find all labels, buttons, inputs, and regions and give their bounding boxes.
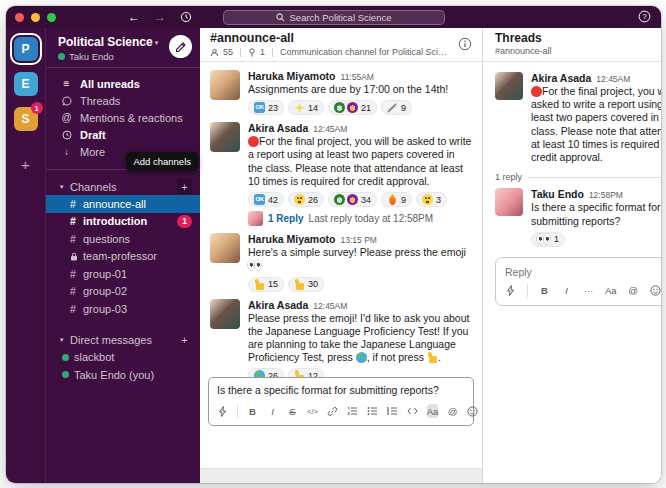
reaction-pencil[interactable]: 9 — [381, 100, 412, 115]
message-author[interactable]: Haruka Miyamoto — [248, 70, 336, 82]
sidebar-item-mentions[interactable]: @ Mentions & reactions — [46, 109, 200, 126]
new-message-button[interactable] — [169, 35, 192, 58]
avatar[interactable] — [210, 299, 240, 329]
message-author[interactable]: Akira Asada — [531, 72, 591, 84]
bulleted-list-icon[interactable] — [367, 404, 378, 418]
message: Akira Asada 12:45AM For the final projec… — [210, 122, 472, 226]
sidebar-channel-announce-all[interactable]: # announce-all — [46, 195, 200, 213]
add-dm-button[interactable]: + — [177, 333, 192, 348]
channel-title[interactable]: #announce-all — [210, 31, 472, 45]
reaction-custom-pair[interactable]: 34 — [328, 192, 377, 207]
sidebar-item-draft[interactable]: Draft — [46, 126, 200, 143]
sidebar-dm-taku-endo[interactable]: Taku Endo (you) — [46, 366, 200, 384]
reaction-smile[interactable]: 26 — [288, 192, 324, 207]
code-button[interactable]: </> — [307, 404, 318, 418]
workspace-political-science[interactable]: P — [14, 37, 38, 61]
avatar[interactable] — [210, 70, 240, 100]
collapse-chevron-icon[interactable]: ▾ — [60, 183, 70, 191]
sidebar-item-all-unreads[interactable]: ≡ All unreads — [46, 75, 200, 92]
sidebar-channel-team-professor[interactable]: team-professor — [46, 248, 200, 266]
collapse-chevron-icon[interactable]: ▾ — [60, 336, 70, 344]
reaction-thumbsup[interactable]: 30 — [288, 277, 324, 292]
forward-arrow-icon[interactable]: → — [154, 11, 166, 23]
channels-section-header[interactable]: ▾ Channels + — [46, 178, 200, 195]
mention-button[interactable]: @ — [628, 284, 639, 298]
thread-summary[interactable]: 1 Reply Last reply today at 12:58PM — [248, 211, 472, 226]
more-formatting-button[interactable]: ··· — [583, 284, 594, 298]
view-thread-link[interactable]: 1 Reply — [268, 213, 304, 224]
reaction-thumbsup[interactable]: 12 — [288, 368, 324, 377]
reaction-fire[interactable]: 9 — [381, 192, 412, 207]
message-time[interactable]: 12:45AM — [596, 74, 630, 84]
channel-info-icon[interactable] — [458, 37, 472, 51]
message-time[interactable]: 11:55AM — [341, 72, 374, 82]
code-block-icon[interactable] — [407, 404, 418, 418]
message-time[interactable]: 12:45AM — [313, 124, 347, 134]
sidebar-dm-slackbot[interactable]: slackbot — [46, 349, 200, 367]
presence-dot-icon — [58, 53, 65, 60]
reaction-thumbsup[interactable]: 15 — [248, 277, 284, 292]
minimize-window-button[interactable] — [31, 13, 40, 22]
format-toggle-button[interactable]: Aa — [605, 284, 617, 298]
pinned-count[interactable]: 1 — [260, 47, 265, 57]
message-time[interactable]: 12:45AM — [313, 301, 347, 311]
sidebar-channel-group-02[interactable]: # group-02 — [46, 283, 200, 301]
reaction-custom-pair[interactable]: 21 — [328, 100, 377, 115]
search-input[interactable]: Search Political Science — [223, 10, 445, 25]
bold-button[interactable]: B — [247, 404, 258, 418]
reaction-wink[interactable]: 3 — [416, 192, 447, 207]
sidebar-channel-group-03[interactable]: # group-03 — [46, 300, 200, 318]
blockquote-icon[interactable] — [387, 404, 398, 418]
workspace-menu[interactable]: Political Science▾ — [58, 35, 158, 49]
ordered-list-icon[interactable] — [347, 404, 358, 418]
bold-button[interactable]: B — [539, 284, 550, 298]
avatar[interactable] — [210, 233, 240, 263]
message-time[interactable]: 13:15 PM — [341, 235, 377, 245]
avatar[interactable] — [210, 122, 240, 152]
shortcuts-lightning-icon[interactable] — [217, 404, 228, 418]
sidebar-channel-questions[interactable]: # questions — [46, 230, 200, 248]
message-time[interactable]: 12:58PM — [589, 190, 623, 200]
emoji-picker-icon[interactable] — [650, 284, 661, 298]
reaction-ok[interactable]: 23 — [248, 100, 284, 115]
message-author[interactable]: Akira Asada — [248, 299, 308, 311]
avatar[interactable] — [495, 72, 523, 100]
close-window-button[interactable] — [15, 13, 24, 22]
italic-button[interactable]: I — [561, 284, 572, 298]
help-icon[interactable]: ? — [638, 10, 651, 23]
message-author[interactable]: Akira Asada — [248, 122, 308, 134]
zoom-window-button[interactable] — [47, 13, 56, 22]
message-author[interactable]: Haruka Miyamoto — [248, 233, 336, 245]
reply-input[interactable] — [496, 260, 661, 282]
format-toggle-button[interactable]: Aa — [427, 404, 438, 418]
avatar[interactable] — [495, 188, 523, 216]
message-author[interactable]: Taku Endo — [531, 188, 584, 200]
members-count[interactable]: 55 — [223, 47, 233, 57]
reaction-ok[interactable]: 42 — [248, 192, 284, 207]
reaction-sparkles[interactable]: 14 — [288, 100, 324, 115]
workspace-e[interactable]: E — [14, 72, 38, 96]
mention-button[interactable]: @ — [447, 404, 458, 418]
history-clock-icon[interactable] — [180, 11, 192, 23]
shortcuts-lightning-icon[interactable] — [505, 284, 516, 298]
thread-channel[interactable]: #announce-all — [495, 46, 661, 56]
link-icon[interactable] — [327, 404, 338, 418]
message-list[interactable]: Haruka Miyamoto 11:55AM Assignments are … — [200, 62, 482, 377]
sidebar[interactable]: Political Science▾ Taku Endo ≡ All unrea… — [46, 28, 200, 483]
strikethrough-button[interactable]: S — [287, 404, 298, 418]
add-channel-button[interactable]: + — [177, 179, 192, 194]
message-input[interactable] — [209, 378, 473, 399]
back-arrow-icon[interactable]: ← — [128, 11, 140, 23]
reaction-globe[interactable]: 26 — [248, 368, 284, 377]
dm-section-header[interactable]: ▾ Direct messages + — [46, 332, 200, 349]
thread-body[interactable]: Akira Asada 12:45AM For the final projec… — [483, 62, 661, 306]
sidebar-channel-introduction[interactable]: # introduction 1 — [46, 213, 200, 231]
sidebar-item-threads[interactable]: Threads — [46, 92, 200, 109]
sidebar-channel-group-01[interactable]: # group-01 — [46, 265, 200, 283]
emoji-picker-icon[interactable] — [467, 404, 478, 418]
workspace-s[interactable]: S 1 — [14, 107, 38, 131]
reaction-eyes[interactable]: 1 — [531, 232, 565, 247]
add-workspace-button[interactable]: + — [21, 156, 30, 173]
italic-button[interactable]: I — [267, 404, 278, 418]
channel-topic[interactable]: Communication channel for Political Scie… — [280, 47, 450, 57]
